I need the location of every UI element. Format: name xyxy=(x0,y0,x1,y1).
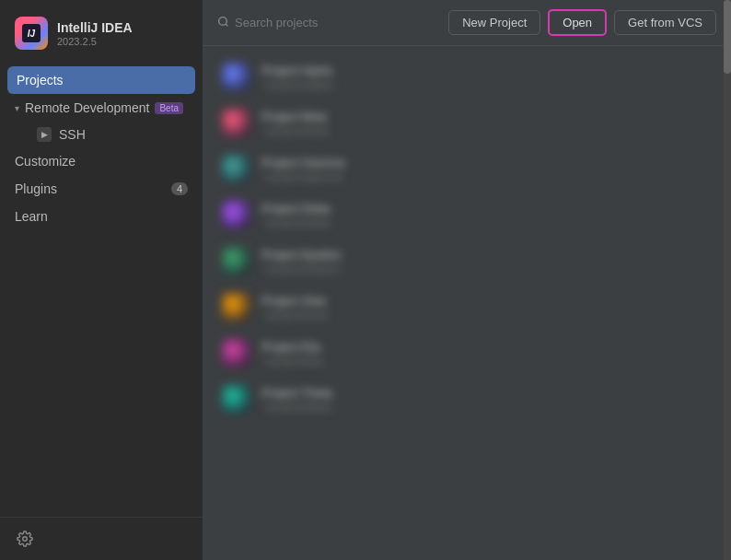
project-info: Project Gamma~/projects/gamma xyxy=(261,156,713,182)
app-header: IJ IntelliJ IDEA 2023.2.5 xyxy=(0,0,203,63)
app-version: 2023.2.5 xyxy=(57,36,133,47)
search-icon xyxy=(217,16,229,30)
project-name: Project Zeta xyxy=(261,294,713,308)
sidebar-item-customize[interactable]: Customize xyxy=(0,147,203,175)
project-name: Project Alpha xyxy=(261,64,713,77)
list-item[interactable]: Project Beta~/projects/beta xyxy=(203,99,731,146)
learn-label: Learn xyxy=(15,209,48,224)
search-input[interactable] xyxy=(235,16,401,29)
project-path: ~/projects/gamma xyxy=(261,171,713,182)
projects-list: Project Alpha~/projects/alphaProject Bet… xyxy=(203,46,731,560)
sidebar-item-projects[interactable]: Projects xyxy=(7,66,195,94)
svg-point-0 xyxy=(23,537,28,542)
customize-label: Customize xyxy=(15,154,75,169)
project-icon xyxy=(221,200,250,229)
terminal-icon: ▶ xyxy=(37,127,52,142)
project-info: Project Epsilon~/projects/epsilon xyxy=(261,248,713,274)
project-path: ~/projects/epsilon xyxy=(261,263,713,274)
app-title-group: IntelliJ IDEA 2023.2.5 xyxy=(57,19,133,47)
scrollbar-thumb[interactable] xyxy=(724,0,731,74)
project-name: Project Delta xyxy=(261,202,713,216)
project-icon xyxy=(221,154,250,183)
list-item[interactable]: Project Zeta~/projects/zeta xyxy=(203,284,731,330)
list-item[interactable]: Project Eta~/projects/eta xyxy=(203,330,731,376)
chevron-down-icon: ▾ xyxy=(15,103,19,113)
project-name: Project Theta xyxy=(261,386,713,400)
project-path: ~/projects/eta xyxy=(261,356,713,367)
project-info: Project Eta~/projects/eta xyxy=(261,340,713,367)
project-icon xyxy=(221,384,250,414)
project-name: Project Epsilon xyxy=(261,248,713,262)
project-info: Project Alpha~/projects/alpha xyxy=(261,64,713,90)
toolbar-buttons: New Project Open Get from VCS xyxy=(448,9,716,36)
scrollbar-track xyxy=(724,0,731,560)
project-icon xyxy=(221,62,250,91)
main-content: New Project Open Get from VCS Project Al… xyxy=(203,0,731,560)
list-item[interactable]: Project Delta~/projects/delta xyxy=(203,192,731,238)
project-icon xyxy=(221,108,250,137)
list-item[interactable]: Project Epsilon~/projects/epsilon xyxy=(203,238,731,284)
project-path: ~/projects/delta xyxy=(261,217,713,228)
sidebar-item-learn[interactable]: Learn xyxy=(0,203,203,230)
app-title: IntelliJ IDEA xyxy=(57,19,133,36)
list-item[interactable]: Project Alpha~/projects/alpha xyxy=(203,53,731,99)
search-wrapper xyxy=(217,16,401,30)
app-logo-inner: IJ xyxy=(22,24,41,42)
new-project-button[interactable]: New Project xyxy=(448,10,540,35)
sidebar-item-plugins[interactable]: Plugins 4 xyxy=(0,175,203,203)
project-path: ~/projects/zeta xyxy=(261,309,713,321)
sidebar: IJ IntelliJ IDEA 2023.2.5 Projects ▾ Rem… xyxy=(0,0,203,560)
project-info: Project Zeta~/projects/zeta xyxy=(261,294,713,321)
app-logo: IJ xyxy=(15,17,48,50)
open-button[interactable]: Open xyxy=(548,9,607,36)
project-name: Project Gamma xyxy=(261,156,713,169)
get-from-vcs-button[interactable]: Get from VCS xyxy=(614,10,716,35)
svg-line-2 xyxy=(226,24,227,26)
sidebar-item-remote-development[interactable]: ▾ Remote Development Beta xyxy=(0,94,203,122)
project-path: ~/projects/alpha xyxy=(261,79,713,90)
beta-badge: Beta xyxy=(155,102,183,114)
ssh-label: SSH xyxy=(59,127,86,142)
sidebar-item-ssh[interactable]: ▶ SSH xyxy=(0,122,203,147)
toolbar: New Project Open Get from VCS xyxy=(203,0,731,46)
sidebar-bottom xyxy=(0,517,203,560)
project-info: Project Beta~/projects/beta xyxy=(261,110,713,136)
nav-section: Projects ▾ Remote Development Beta ▶ SSH… xyxy=(0,63,203,517)
list-item[interactable]: Project Theta~/projects/theta xyxy=(203,376,731,422)
list-item[interactable]: Project Gamma~/projects/gamma xyxy=(203,146,731,192)
projects-label: Projects xyxy=(17,73,64,88)
project-path: ~/projects/beta xyxy=(261,125,713,136)
project-name: Project Eta xyxy=(261,340,713,354)
svg-point-1 xyxy=(219,17,227,25)
remote-development-label: Remote Development xyxy=(25,100,149,115)
project-icon xyxy=(221,338,250,368)
project-name: Project Beta xyxy=(261,110,713,123)
plugins-label: Plugins xyxy=(15,181,57,196)
project-info: Project Theta~/projects/theta xyxy=(261,386,713,413)
plugins-count-badge: 4 xyxy=(171,182,188,195)
project-icon xyxy=(221,292,250,321)
project-info: Project Delta~/projects/delta xyxy=(261,202,713,228)
project-path: ~/projects/theta xyxy=(261,402,713,413)
project-icon xyxy=(221,246,250,275)
settings-button[interactable] xyxy=(15,529,35,549)
